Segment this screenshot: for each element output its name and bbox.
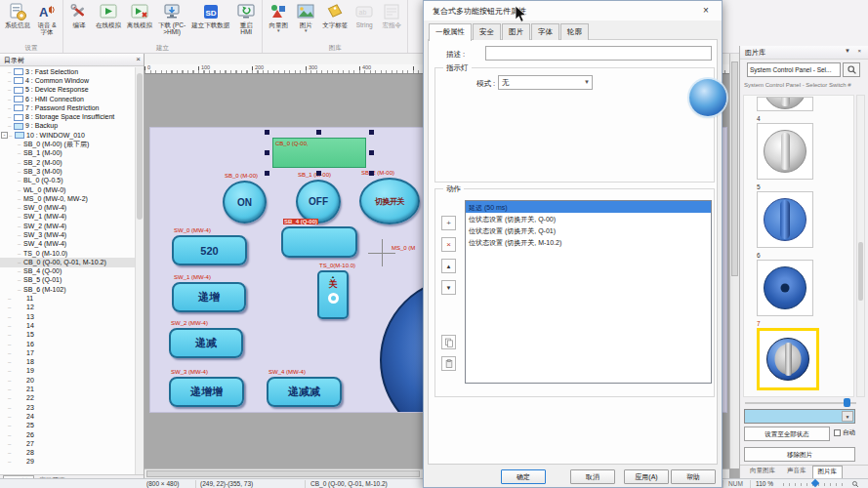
tree-item[interactable]: –WL_0 (MW-0) [0,185,135,194]
selection-handle[interactable] [369,130,374,135]
tree-item[interactable]: –26 [0,430,135,439]
canvas-widget-sw_1[interactable]: 递增 [172,282,246,312]
selection-handle[interactable] [265,150,269,155]
library-filter-combo[interactable]: System Control Panel - Sel... [747,62,841,77]
set-all-states-button[interactable]: 设置至全部状态 [744,427,830,441]
tree-item[interactable]: –CB_0 (Q-00, Q-01, M-10.2) [0,258,135,266]
dialog-tab-轮廓[interactable]: 轮廓 [560,23,589,40]
gallery-item[interactable] [757,191,813,248]
action-list-item[interactable]: 延迟 (50 ms) [466,201,711,213]
canvas-vscroll-thumb[interactable] [731,61,738,276]
zoom-fit-icon[interactable] [851,480,859,488]
toolbar-button-compile[interactable]: 编译 [65,1,93,43]
toolbar-button-voice-font[interactable]: A语音 & 字体 [33,1,61,43]
canvas-hscroll-thumb[interactable] [146,470,420,477]
tree-item[interactable]: –21 [0,385,135,393]
auto-checkbox[interactable] [834,429,841,436]
library-tab[interactable]: 声音库 [781,465,812,478]
tree-item[interactable]: -–10 : WINDOW_010 [0,131,135,140]
dialog-button-apply[interactable]: 应用(A) [624,469,669,484]
canvas-widget-sw_4[interactable]: 递减减 [267,377,342,407]
zoom-slider[interactable] [783,481,846,487]
dialog-button-cancel[interactable]: 取消 [570,469,615,484]
tree-item[interactable]: –23 [0,403,135,412]
gallery-item[interactable] [757,328,819,390]
dialog-tab-字体[interactable]: 字体 [531,23,559,40]
tree-item[interactable]: –SB_6 (M-102) [0,285,135,294]
toolbar-button-string[interactable]: abString [351,1,378,43]
expander-icon[interactable]: - [1,132,8,139]
tree-item[interactable]: –19 [0,367,135,376]
tree-scrollbar-thumb[interactable] [137,73,143,220]
zoom-slider-thumb[interactable] [811,479,819,487]
toolbar-button-system-info[interactable]: 系统信息 [2,1,33,43]
canvas-vertical-scrollbar[interactable] [729,54,739,468]
tree-item[interactable]: –3 : Fast Selection [0,67,135,76]
tree-item[interactable]: –12 [0,304,135,312]
toolbar-button-download[interactable]: 下载 (PC- >HMI) [155,1,188,43]
canvas-widget-sb_0[interactable]: ON [223,181,267,224]
dialog-tab-一般属性[interactable]: 一般属性 [429,23,472,41]
tree-item[interactable]: –16 [0,340,135,348]
canvas-widget-sb_4[interactable] [281,226,357,258]
canvas-widget-sw_2[interactable]: 递减 [169,328,243,358]
add-action-button[interactable]: + [441,216,456,230]
panel-menu-close-icons[interactable]: ▼ × [845,48,864,54]
tree-item[interactable]: –SB_0 (M-00) (最下层) [0,140,135,148]
tree-item[interactable]: –25 [0,422,135,430]
tree-item[interactable]: –13 [0,312,135,321]
gallery-zoom-slider[interactable] [745,398,856,407]
tree-item[interactable]: –SB_4 (Q-00) [0,267,135,276]
action-list-item[interactable]: 位状态设置 (切换开关, M-10.2) [466,236,711,248]
toolbar-button-offline-sim[interactable]: 离线模拟 [124,1,155,43]
mode-select[interactable]: 无 ▼ [498,75,593,90]
toolbar-button-online-sim[interactable]: 在线模拟 [93,1,124,43]
tree-item[interactable]: –SW_0 (MW-4) [0,203,135,212]
tree-item[interactable]: –20 [0,376,135,385]
description-input[interactable] [485,46,712,61]
copy-action-icon[interactable] [441,335,456,349]
remove-picture-button[interactable]: 移除图片 [744,447,855,462]
tree-item[interactable]: –SB_5 (Q-01) [0,276,135,285]
selection-handle[interactable] [265,130,269,135]
slider-thumb[interactable] [844,398,850,407]
canvas-widget-sb_1[interactable]: OFF [296,180,341,224]
gallery-item-partial[interactable] [757,97,813,111]
toolbar-button-restart-hmi[interactable]: 重启 HMI [232,1,260,43]
library-tab[interactable]: 图片库 [812,466,844,478]
tree-item[interactable]: –4 : Common Window [0,76,135,85]
tree-item[interactable]: –14 [0,321,135,330]
chevron-down-icon[interactable]: ▼ [304,28,308,33]
toolbar-button-picture[interactable]: 图片▼ [292,1,319,43]
gallery-scrollbar-thumb[interactable] [858,242,863,301]
chevron-down-icon[interactable]: ▼ [276,28,280,33]
selection-handle[interactable] [265,171,269,176]
dialog-button-help[interactable]: 帮助 [671,469,716,484]
tree-item[interactable]: –BL_0 (Q-0.5) [0,177,135,185]
tree-item[interactable]: –7 : Password Restriction [0,103,135,112]
move-down-button[interactable]: ▼ [441,280,456,295]
state-color-combo[interactable]: ▼ [744,409,855,424]
gallery-item[interactable] [757,123,813,180]
canvas-widget-sw_0[interactable]: 520 [172,235,247,265]
tree-item[interactable]: –SW_2 (MW-4) [0,222,135,230]
tree-item[interactable]: –SW_4 (MW-4) [0,240,135,249]
gallery-scrollbar[interactable] [856,95,865,397]
delete-action-button[interactable]: × [441,237,456,252]
chevron-down-icon[interactable]: ▼ [842,411,853,422]
canvas-widget-sw_3[interactable]: 递增增 [169,377,244,407]
tree-item[interactable]: –SW_1 (MW-4) [0,213,135,222]
tree-item[interactable]: –22 [0,394,135,403]
selection-handle[interactable] [369,150,374,155]
selection-handle[interactable] [316,171,321,176]
close-icon[interactable]: × [136,55,141,63]
dialog-tab-安全[interactable]: 安全 [473,23,501,40]
tree-item[interactable]: –24 [0,412,135,421]
tree-item[interactable]: –29 [0,458,135,467]
tree-item[interactable]: –18 [0,358,135,367]
selection-handle[interactable] [316,130,321,135]
dialog-titlebar[interactable]: 复合式多功能按钮元件属性 × [424,1,722,20]
tree-item[interactable]: –SB_3 (M-00) [0,167,135,176]
action-list-item[interactable]: 位状态设置 (切换开关, Q-00) [466,213,711,224]
tree-item[interactable]: –SB_2 (M-00) [0,158,135,167]
